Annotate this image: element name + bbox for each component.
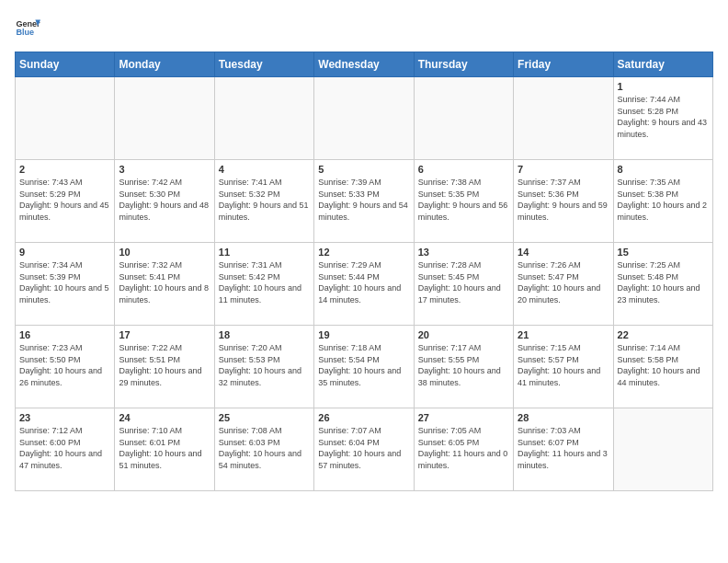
weekday-header-thursday: Thursday (414, 52, 513, 77)
calendar-week-1: 1Sunrise: 7:44 AM Sunset: 5:28 PM Daylig… (16, 77, 713, 160)
day-info: Sunrise: 7:34 AM Sunset: 5:39 PM Dayligh… (19, 259, 110, 305)
day-info: Sunrise: 7:12 AM Sunset: 6:00 PM Dayligh… (19, 425, 110, 471)
weekday-row: SundayMondayTuesdayWednesdayThursdayFrid… (16, 52, 713, 77)
calendar-cell (613, 408, 712, 491)
day-info: Sunrise: 7:18 AM Sunset: 5:54 PM Dayligh… (318, 342, 409, 388)
calendar-cell: 26Sunrise: 7:07 AM Sunset: 6:04 PM Dayli… (314, 408, 414, 491)
calendar-header: SundayMondayTuesdayWednesdayThursdayFrid… (16, 52, 713, 77)
calendar-cell (314, 77, 414, 160)
day-number: 16 (19, 329, 110, 340)
day-info: Sunrise: 7:03 AM Sunset: 6:07 PM Dayligh… (518, 425, 609, 471)
calendar-cell (214, 77, 313, 160)
day-info: Sunrise: 7:41 AM Sunset: 5:32 PM Dayligh… (219, 177, 310, 223)
day-number: 10 (119, 247, 210, 258)
weekday-header-wednesday: Wednesday (314, 52, 414, 77)
calendar-cell: 22Sunrise: 7:14 AM Sunset: 5:58 PM Dayli… (613, 326, 712, 408)
day-info: Sunrise: 7:32 AM Sunset: 5:41 PM Dayligh… (119, 259, 210, 305)
weekday-header-monday: Monday (115, 52, 214, 77)
day-info: Sunrise: 7:07 AM Sunset: 6:04 PM Dayligh… (318, 425, 409, 471)
day-number: 8 (618, 164, 709, 175)
calendar-week-2: 2Sunrise: 7:43 AM Sunset: 5:29 PM Daylig… (16, 160, 713, 243)
calendar-cell: 12Sunrise: 7:29 AM Sunset: 5:44 PM Dayli… (314, 243, 414, 326)
calendar-body: 1Sunrise: 7:44 AM Sunset: 5:28 PM Daylig… (16, 77, 713, 491)
day-number: 20 (418, 329, 509, 340)
calendar-cell: 11Sunrise: 7:31 AM Sunset: 5:42 PM Dayli… (214, 243, 313, 326)
calendar-cell: 16Sunrise: 7:23 AM Sunset: 5:50 PM Dayli… (16, 326, 115, 408)
day-info: Sunrise: 7:31 AM Sunset: 5:42 PM Dayligh… (219, 259, 310, 305)
calendar-cell: 23Sunrise: 7:12 AM Sunset: 6:00 PM Dayli… (16, 408, 115, 491)
day-number: 5 (318, 164, 409, 175)
calendar-cell: 19Sunrise: 7:18 AM Sunset: 5:54 PM Dayli… (314, 326, 414, 408)
day-info: Sunrise: 7:23 AM Sunset: 5:50 PM Dayligh… (19, 342, 110, 388)
weekday-header-sunday: Sunday (16, 52, 115, 77)
logo: General Blue (15, 15, 40, 40)
day-info: Sunrise: 7:39 AM Sunset: 5:33 PM Dayligh… (318, 177, 409, 223)
day-number: 21 (518, 329, 609, 340)
day-info: Sunrise: 7:29 AM Sunset: 5:44 PM Dayligh… (318, 259, 409, 305)
day-number: 24 (119, 412, 210, 423)
logo-icon: General Blue (15, 15, 40, 40)
day-info: Sunrise: 7:15 AM Sunset: 5:57 PM Dayligh… (518, 342, 609, 388)
day-number: 28 (518, 412, 609, 423)
calendar-cell: 6Sunrise: 7:38 AM Sunset: 5:35 PM Daylig… (414, 160, 513, 243)
day-number: 6 (418, 164, 509, 175)
calendar-cell: 21Sunrise: 7:15 AM Sunset: 5:57 PM Dayli… (514, 326, 613, 408)
svg-text:Blue: Blue (16, 28, 34, 37)
day-number: 17 (119, 329, 210, 340)
day-number: 25 (219, 412, 310, 423)
day-number: 13 (418, 247, 509, 258)
calendar-cell: 5Sunrise: 7:39 AM Sunset: 5:33 PM Daylig… (314, 160, 414, 243)
calendar-cell (115, 77, 214, 160)
weekday-header-tuesday: Tuesday (214, 52, 313, 77)
day-info: Sunrise: 7:26 AM Sunset: 5:47 PM Dayligh… (518, 259, 609, 305)
day-number: 9 (19, 247, 110, 258)
day-info: Sunrise: 7:08 AM Sunset: 6:03 PM Dayligh… (219, 425, 310, 471)
calendar-cell: 9Sunrise: 7:34 AM Sunset: 5:39 PM Daylig… (16, 243, 115, 326)
calendar-week-4: 16Sunrise: 7:23 AM Sunset: 5:50 PM Dayli… (16, 326, 713, 408)
day-info: Sunrise: 7:14 AM Sunset: 5:58 PM Dayligh… (618, 342, 709, 388)
day-info: Sunrise: 7:38 AM Sunset: 5:35 PM Dayligh… (418, 177, 509, 223)
day-number: 18 (219, 329, 310, 340)
day-info: Sunrise: 7:05 AM Sunset: 6:05 PM Dayligh… (418, 425, 509, 471)
day-number: 26 (318, 412, 409, 423)
calendar-cell: 17Sunrise: 7:22 AM Sunset: 5:51 PM Dayli… (115, 326, 214, 408)
day-info: Sunrise: 7:20 AM Sunset: 5:53 PM Dayligh… (219, 342, 310, 388)
day-info: Sunrise: 7:10 AM Sunset: 6:01 PM Dayligh… (119, 425, 210, 471)
calendar-cell: 7Sunrise: 7:37 AM Sunset: 5:36 PM Daylig… (514, 160, 613, 243)
calendar-cell: 18Sunrise: 7:20 AM Sunset: 5:53 PM Dayli… (214, 326, 313, 408)
calendar-cell: 14Sunrise: 7:26 AM Sunset: 5:47 PM Dayli… (514, 243, 613, 326)
calendar-cell: 13Sunrise: 7:28 AM Sunset: 5:45 PM Dayli… (414, 243, 513, 326)
day-number: 27 (418, 412, 509, 423)
day-number: 2 (19, 164, 110, 175)
day-number: 22 (618, 329, 709, 340)
calendar-cell (16, 77, 115, 160)
calendar-cell (514, 77, 613, 160)
day-number: 1 (618, 81, 709, 92)
day-number: 23 (19, 412, 110, 423)
page-header: General Blue (15, 15, 713, 40)
calendar-cell: 4Sunrise: 7:41 AM Sunset: 5:32 PM Daylig… (214, 160, 313, 243)
calendar-cell: 1Sunrise: 7:44 AM Sunset: 5:28 PM Daylig… (613, 77, 712, 160)
day-info: Sunrise: 7:22 AM Sunset: 5:51 PM Dayligh… (119, 342, 210, 388)
day-info: Sunrise: 7:17 AM Sunset: 5:55 PM Dayligh… (418, 342, 509, 388)
weekday-header-saturday: Saturday (613, 52, 712, 77)
calendar-cell: 24Sunrise: 7:10 AM Sunset: 6:01 PM Dayli… (115, 408, 214, 491)
calendar-week-5: 23Sunrise: 7:12 AM Sunset: 6:00 PM Dayli… (16, 408, 713, 491)
weekday-header-friday: Friday (514, 52, 613, 77)
day-info: Sunrise: 7:42 AM Sunset: 5:30 PM Dayligh… (119, 177, 210, 223)
day-number: 12 (318, 247, 409, 258)
calendar-table: SundayMondayTuesdayWednesdayThursdayFrid… (15, 52, 713, 491)
calendar-cell: 10Sunrise: 7:32 AM Sunset: 5:41 PM Dayli… (115, 243, 214, 326)
calendar-cell: 15Sunrise: 7:25 AM Sunset: 5:48 PM Dayli… (613, 243, 712, 326)
calendar-cell: 25Sunrise: 7:08 AM Sunset: 6:03 PM Dayli… (214, 408, 313, 491)
day-info: Sunrise: 7:28 AM Sunset: 5:45 PM Dayligh… (418, 259, 509, 305)
calendar-cell: 8Sunrise: 7:35 AM Sunset: 5:38 PM Daylig… (613, 160, 712, 243)
day-info: Sunrise: 7:44 AM Sunset: 5:28 PM Dayligh… (618, 94, 709, 140)
calendar-cell: 27Sunrise: 7:05 AM Sunset: 6:05 PM Dayli… (414, 408, 513, 491)
calendar-cell (414, 77, 513, 160)
calendar-cell: 20Sunrise: 7:17 AM Sunset: 5:55 PM Dayli… (414, 326, 513, 408)
day-info: Sunrise: 7:35 AM Sunset: 5:38 PM Dayligh… (618, 177, 709, 223)
day-info: Sunrise: 7:43 AM Sunset: 5:29 PM Dayligh… (19, 177, 110, 223)
day-info: Sunrise: 7:37 AM Sunset: 5:36 PM Dayligh… (518, 177, 609, 223)
day-number: 19 (318, 329, 409, 340)
